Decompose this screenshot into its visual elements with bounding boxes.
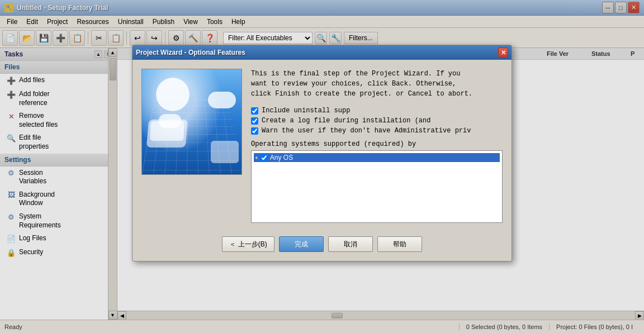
checkbox-row-2: Create a log file during installation (a… [251, 117, 503, 125]
modal-content: This is the final step of the Project Wi… [251, 69, 503, 223]
modal-description: This is the final step of the Project Wi… [251, 69, 503, 99]
cancel-button[interactable]: 取消 [328, 236, 373, 252]
image-shape5 [150, 121, 184, 141]
os-checkbox-anyos[interactable] [261, 154, 268, 161]
os-label-anyos: Any OS [270, 154, 293, 161]
os-tree-item-anyos[interactable]: + Any OS [254, 153, 500, 162]
checkbox-uninstall-label: Include uninstall supp [262, 107, 350, 115]
modal-close-button[interactable]: ✕ [498, 47, 508, 58]
checkbox-admin[interactable] [251, 127, 258, 135]
checkbox-uninstall[interactable] [251, 107, 258, 115]
image-cloud1 [208, 92, 236, 108]
modal-wizard-image [141, 69, 242, 175]
checkbox-admin-label: Warn the user if they don't have Adminis… [262, 127, 471, 135]
checkbox-logfile[interactable] [251, 117, 258, 125]
checkbox-logfile-label: Create a log file during installation (a… [262, 117, 430, 125]
expand-icon: + [255, 155, 258, 161]
modal-titlebar: Project Wizard - Optional Features ✕ [132, 45, 512, 60]
checkbox-row-1: Include uninstall supp [251, 107, 503, 115]
modal-overlay: Project Wizard - Optional Features ✕ Thi… [0, 0, 644, 333]
help-button[interactable]: 帮助 [377, 236, 422, 252]
modal-footer: ＜ 上一步(B) 完成 取消 帮助 [132, 232, 512, 261]
modal-title: Project Wizard - Optional Features [136, 49, 245, 56]
os-tree[interactable]: + Any OS [251, 150, 503, 223]
modal-body: This is the final step of the Project Wi… [132, 60, 512, 232]
back-button[interactable]: ＜ 上一步(B) [222, 236, 274, 252]
finish-button[interactable]: 完成 [279, 236, 324, 252]
modal-dialog: Project Wizard - Optional Features ✕ Thi… [132, 45, 512, 261]
checkbox-row-3: Warn the user if they don't have Adminis… [251, 127, 503, 135]
image-moon [156, 78, 190, 111]
image-shape4 [211, 141, 239, 163]
os-label: Operating systems supported (required) b… [251, 140, 503, 148]
